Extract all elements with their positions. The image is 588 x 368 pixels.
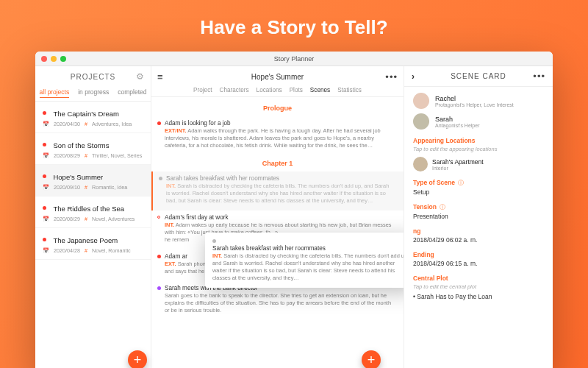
- project-title: The Riddles of the Sea: [53, 205, 124, 213]
- scene-card-panel: › SCENE CARD ••• Rachel Protagonist's He…: [404, 66, 553, 368]
- projects-panel-title: PROJECTS: [71, 73, 115, 81]
- beginning-value[interactable]: 2018/04/29 06:02 a. m.: [413, 236, 544, 244]
- tab-scenes[interactable]: Scenes: [310, 87, 330, 93]
- hash-icon: #: [85, 216, 87, 222]
- scene-title: Sarah takes breakfast with her roommates: [212, 244, 404, 252]
- scene-status-icon: [159, 177, 162, 180]
- tension-value[interactable]: Presentation: [413, 213, 544, 220]
- type-label: Type of Scene ⓘ: [413, 179, 544, 187]
- project-tags: Novel, Adventures: [92, 216, 135, 222]
- central-plot-hint[interactable]: Tap to edit the central plot: [413, 283, 544, 290]
- tab-in-progress[interactable]: in progress: [78, 87, 109, 98]
- location-name: Sarah's Apartment: [432, 158, 484, 166]
- project-item[interactable]: Son of the Storms 📅2020/08/29#Thriller, …: [35, 133, 151, 165]
- scene-title: Adam is looking for a job: [165, 119, 393, 127]
- ending-value[interactable]: 2018/04/29 06:15 a. m.: [413, 260, 544, 267]
- character-row[interactable]: Rachel Protagonist's Helper, Love Intere…: [413, 93, 544, 109]
- character-row[interactable]: Sarah Antagonist's Helper: [413, 113, 544, 130]
- project-tags: Adventures, Idea: [92, 121, 132, 127]
- calendar-icon: 📅: [43, 152, 49, 159]
- character-name: Rachel: [435, 95, 514, 102]
- location-row[interactable]: Sarah's Apartment Interior: [413, 157, 544, 171]
- scene-slug: INT.: [166, 183, 176, 189]
- type-value[interactable]: Setup: [413, 188, 544, 196]
- central-plot-label: Central Plot: [413, 275, 544, 282]
- scene-slug: INT.: [212, 252, 222, 259]
- avatar: [413, 93, 429, 109]
- scene-slug: EXT/INT.: [165, 127, 187, 134]
- tab-locations[interactable]: Locations: [257, 87, 282, 93]
- scene-body: Sarah goes to the bank to speak to the d…: [165, 292, 391, 314]
- projects-filter-tabs: all projects in progress completed: [35, 87, 151, 102]
- scene-status-icon: [157, 216, 160, 219]
- more-icon[interactable]: •••: [385, 71, 398, 82]
- projects-panel: PROJECTS ⚙ all projects in progress comp…: [35, 66, 151, 368]
- status-dot-icon: [43, 174, 46, 178]
- status-dot-icon: [43, 206, 46, 210]
- project-item[interactable]: The Japanese Poem 📅2020/04/28#Novel, Rom…: [35, 228, 151, 260]
- scene-body: he remem: [165, 236, 189, 243]
- status-dot-icon: [43, 238, 46, 241]
- project-item[interactable]: Hope's Summer 📅2020/09/10#Romantic, Idea: [35, 165, 151, 197]
- add-scene-button[interactable]: +: [362, 350, 381, 368]
- project-title: Hope's Summer: [53, 173, 103, 181]
- project-title: Son of the Storms: [53, 141, 109, 149]
- titlebar: Story Planner: [35, 52, 553, 66]
- scene-card-title: SCENE CARD: [404, 72, 553, 80]
- scene-item[interactable]: Adam is looking for a job EXT/INT. Adam …: [151, 116, 404, 155]
- scene-status-icon: [212, 239, 216, 243]
- calendar-icon: 📅: [43, 247, 49, 254]
- scene-body: Sarah is distracted by checking the cafe…: [166, 183, 389, 204]
- scene-title: Adam's first day at work: [165, 213, 393, 222]
- more-icon[interactable]: •••: [533, 71, 545, 82]
- project-date: 2020/04/28: [54, 247, 80, 254]
- scene-drag-preview[interactable]: Sarah takes breakfast with her roommates…: [205, 233, 404, 288]
- locations-label: Appearing Locations: [413, 137, 544, 144]
- tension-label: Tension ⓘ: [413, 203, 544, 211]
- status-dot-icon: [43, 111, 46, 115]
- scene-slug: EXT.: [165, 261, 176, 267]
- project-date: 2020/09/10: [54, 184, 80, 191]
- hash-icon: #: [85, 247, 87, 254]
- scene-body: Sarah is distracted by checking the cafe…: [212, 252, 404, 281]
- tab-statistics[interactable]: Statistics: [337, 87, 362, 93]
- scene-status-icon: [157, 121, 161, 125]
- detail-tabs: Project Characters Locations Plots Scene…: [151, 87, 404, 97]
- scene-title: Sarah takes breakfast with her roommates: [166, 174, 393, 183]
- gear-icon[interactable]: ⚙: [136, 71, 145, 82]
- project-tags: Thriller, Novel, Series: [92, 152, 142, 159]
- scene-slug: INT.: [165, 222, 174, 228]
- central-plot-value[interactable]: Sarah Has to Pay the Loan: [417, 293, 492, 300]
- status-dot-icon: [43, 143, 46, 146]
- detail-title: Hope's Summer: [151, 73, 404, 81]
- location-image: [413, 157, 428, 171]
- tab-plots[interactable]: Plots: [290, 87, 303, 93]
- tab-all-projects[interactable]: all projects: [40, 87, 70, 98]
- scene-item[interactable]: Sarah takes breakfast with her roommates…: [151, 171, 404, 210]
- hash-icon: #: [85, 121, 87, 127]
- tab-completed[interactable]: completed: [118, 87, 146, 98]
- calendar-icon: 📅: [43, 216, 49, 222]
- chapter-heading: Prologue: [151, 105, 404, 112]
- tab-characters[interactable]: Characters: [220, 87, 249, 93]
- info-icon[interactable]: ⓘ: [440, 204, 445, 210]
- project-date: 2020/08/29: [54, 152, 80, 159]
- project-title: The Captain's Dream: [53, 110, 118, 118]
- project-title: The Japanese Poem: [53, 236, 118, 244]
- chapter-heading: Chapter 1: [151, 160, 404, 167]
- tab-project[interactable]: Project: [193, 87, 212, 93]
- add-project-button[interactable]: +: [128, 350, 147, 368]
- project-tags: Romantic, Idea: [92, 184, 127, 191]
- character-role: Antagonist's Helper: [435, 123, 479, 128]
- character-name: Sarah: [435, 116, 479, 123]
- project-item[interactable]: The Captain's Dream 📅2020/04/30#Adventur…: [35, 102, 151, 133]
- beginning-label: ng: [413, 227, 544, 235]
- scene-body: Adam walks through the park. He is havin…: [165, 127, 381, 149]
- calendar-icon: 📅: [43, 184, 49, 191]
- ending-label: Ending: [413, 251, 544, 258]
- locations-hint[interactable]: Tap to edit the appearing locations: [413, 146, 544, 152]
- hero-headline: Have a Story to Tell?: [0, 0, 588, 49]
- project-item[interactable]: The Riddles of the Sea 📅2020/08/29#Novel…: [35, 197, 151, 228]
- hash-icon: #: [85, 184, 87, 191]
- info-icon[interactable]: ⓘ: [458, 180, 464, 186]
